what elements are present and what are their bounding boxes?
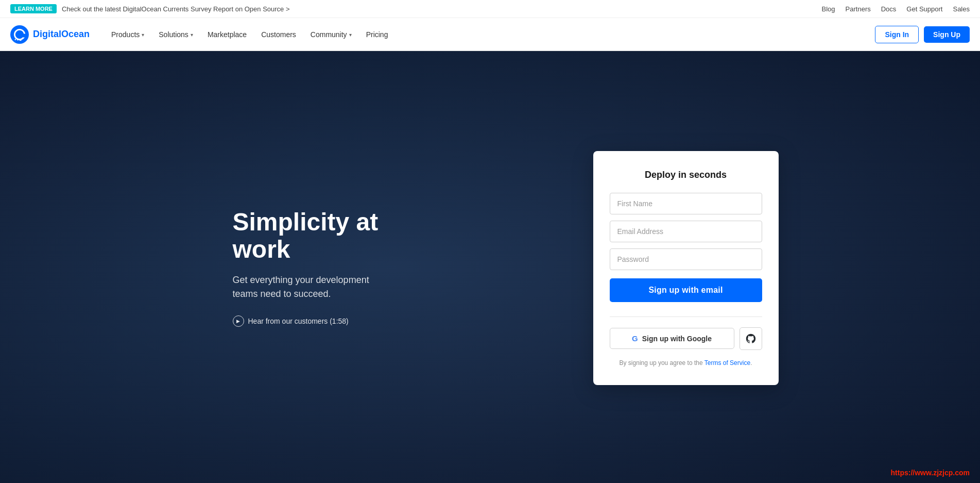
email-input[interactable]: [610, 221, 762, 242]
logo-icon: [10, 25, 29, 44]
divider: [610, 317, 762, 317]
announcement-bar: LEARN MORE Check out the latest DigitalO…: [0, 0, 980, 18]
products-chevron-icon: ▾: [142, 32, 144, 38]
learn-more-badge[interactable]: LEARN MORE: [10, 4, 57, 13]
hero-text-block: Simplicity at work Get everything your d…: [202, 209, 434, 327]
nav-links: Products ▾ Solutions ▾ Marketplace Custo…: [105, 26, 875, 43]
nav-item-pricing[interactable]: Pricing: [360, 26, 394, 43]
hero-section: Simplicity at work Get everything your d…: [0, 51, 980, 483]
top-link-partners[interactable]: Partners: [846, 5, 871, 13]
signin-button[interactable]: Sign In: [875, 26, 919, 43]
google-g-icon: G: [632, 334, 638, 343]
logo[interactable]: DigitalOcean: [10, 25, 90, 44]
main-navbar: DigitalOcean Products ▾ Solutions ▾ Mark…: [0, 18, 980, 51]
github-icon: [745, 333, 757, 344]
tos-text: By signing up you agree to the Terms of …: [610, 359, 762, 367]
hero-video-link[interactable]: ▶ Hear from our customers (1:58): [233, 315, 434, 327]
github-signup-button[interactable]: [740, 327, 762, 350]
email-signup-button[interactable]: Sign up with email: [610, 278, 762, 302]
svg-rect-3: [15, 39, 16, 40]
signup-button[interactable]: Sign Up: [924, 26, 970, 43]
social-buttons-row: G Sign up with Google: [610, 327, 762, 350]
video-label: Hear from our customers (1:58): [248, 317, 349, 325]
top-nav-links: Blog Partners Docs Get Support Sales: [822, 5, 970, 13]
card-title: Deploy in seconds: [610, 170, 762, 180]
hero-headline: Simplicity at work: [233, 209, 434, 263]
announcement-text: Check out the latest DigitalOcean Curren…: [62, 5, 290, 13]
watermark: https://www.zjzjcp.com: [891, 469, 970, 477]
password-input[interactable]: [610, 248, 762, 270]
svg-rect-1: [20, 39, 22, 41]
svg-point-0: [10, 25, 29, 44]
nav-actions: Sign In Sign Up: [875, 26, 970, 43]
top-link-blog[interactable]: Blog: [822, 5, 835, 13]
play-icon: ▶: [233, 315, 244, 327]
firstname-input[interactable]: [610, 193, 762, 214]
community-chevron-icon: ▾: [349, 32, 352, 38]
google-signup-label: Sign up with Google: [642, 335, 712, 343]
tos-link[interactable]: Terms of Service: [704, 359, 750, 367]
nav-item-products[interactable]: Products ▾: [105, 26, 150, 43]
top-link-support[interactable]: Get Support: [906, 5, 942, 13]
top-link-docs[interactable]: Docs: [881, 5, 897, 13]
nav-item-customers[interactable]: Customers: [255, 26, 302, 43]
google-signup-button[interactable]: G Sign up with Google: [610, 328, 734, 349]
nav-item-community[interactable]: Community ▾: [304, 26, 358, 43]
logo-text: DigitalOcean: [33, 29, 90, 40]
hero-subtext: Get everything your developmentteams nee…: [233, 273, 434, 301]
top-link-sales[interactable]: Sales: [953, 5, 970, 13]
signup-card: Deploy in seconds Sign up with email G S…: [593, 151, 779, 385]
svg-rect-2: [17, 39, 19, 40]
nav-item-solutions[interactable]: Solutions ▾: [152, 26, 199, 43]
nav-item-marketplace[interactable]: Marketplace: [201, 26, 253, 43]
solutions-chevron-icon: ▾: [191, 32, 193, 38]
hero-content: Simplicity at work Get everything your d…: [181, 151, 799, 385]
